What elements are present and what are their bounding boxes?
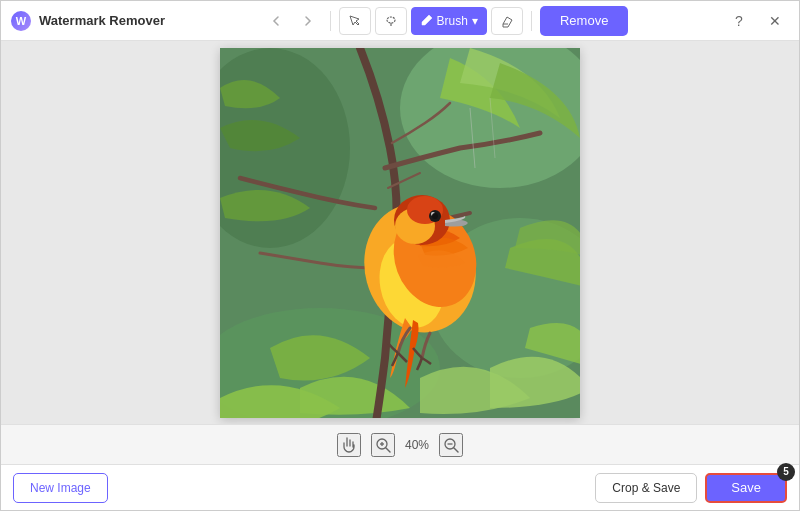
forward-icon (301, 14, 315, 28)
crop-save-label: Crop & Save (612, 481, 680, 495)
save-button-wrapper: 5 Save (705, 473, 787, 503)
save-label: Save (731, 480, 761, 495)
zoom-out-button[interactable] (439, 433, 463, 457)
app-icon: W (11, 11, 31, 31)
lasso-icon (384, 14, 398, 28)
svg-point-0 (387, 17, 395, 23)
eraser-tool-button[interactable] (491, 7, 523, 35)
help-icon: ? (735, 13, 743, 29)
help-button[interactable]: ? (725, 7, 753, 35)
brush-dropdown-icon: ▾ (472, 14, 478, 28)
toolbar-center: Brush ▾ Remove (262, 6, 629, 36)
back-button[interactable] (262, 7, 290, 35)
svg-line-26 (454, 448, 458, 452)
image-container (220, 48, 580, 418)
footer-bar: New Image Crop & Save 5 Save (1, 464, 799, 510)
footer-right: Crop & Save 5 Save (595, 473, 787, 503)
close-icon: ✕ (769, 13, 781, 29)
new-image-label: New Image (30, 481, 91, 495)
bird-image (220, 48, 580, 418)
brush-label: Brush (437, 14, 468, 28)
remove-button[interactable]: Remove (540, 6, 628, 36)
step-badge: 5 (777, 463, 795, 481)
eraser-icon (500, 14, 514, 28)
title-bar: W Watermark Remover (1, 1, 799, 41)
brush-icon (420, 14, 433, 27)
back-icon (269, 14, 283, 28)
canvas-area (1, 41, 799, 424)
zoom-bar: 40% (1, 424, 799, 464)
close-button[interactable]: ✕ (761, 7, 789, 35)
zoom-in-button[interactable] (371, 433, 395, 457)
separator-2 (531, 11, 532, 31)
svg-point-19 (432, 213, 438, 219)
title-left: W Watermark Remover (11, 11, 165, 31)
lasso-tool-button[interactable] (375, 7, 407, 35)
app-title: Watermark Remover (39, 13, 165, 28)
save-button[interactable]: Save (705, 473, 787, 503)
zoom-out-icon (442, 436, 460, 454)
selection-icon (348, 14, 362, 28)
new-image-button[interactable]: New Image (13, 473, 108, 503)
separator-1 (330, 11, 331, 31)
zoom-in-icon (374, 436, 392, 454)
forward-button[interactable] (294, 7, 322, 35)
brush-tool-button[interactable]: Brush ▾ (411, 7, 487, 35)
bird-svg (220, 48, 580, 418)
svg-line-23 (386, 448, 390, 452)
crop-save-button[interactable]: Crop & Save (595, 473, 697, 503)
hand-tool-button[interactable] (337, 433, 361, 457)
hand-icon (340, 436, 358, 454)
remove-label: Remove (560, 13, 608, 28)
zoom-level: 40% (405, 438, 429, 452)
selection-tool-button[interactable] (339, 7, 371, 35)
title-right: ? ✕ (725, 7, 789, 35)
